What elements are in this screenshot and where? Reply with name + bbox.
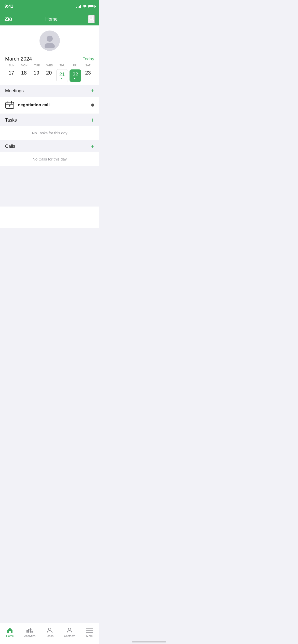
calendar-header: March 2024 Today [5,56,94,62]
signal-icon [76,5,81,8]
today-button[interactable]: Today [83,56,94,62]
avatar-silhouette [42,33,57,48]
avatar-section [0,25,99,53]
calls-section-header: Calls + [0,140,99,152]
status-icons [76,5,95,8]
date-19[interactable]: 19 [30,68,43,83]
svg-point-4 [45,43,55,48]
day-label-fri: FRI [69,64,82,67]
svg-point-3 [47,36,53,42]
wifi-icon [83,5,87,8]
meeting-item[interactable]: negotiation call [0,97,99,113]
zia-logo: Zīa [5,14,15,24]
day-label-tue: TUE [31,64,43,67]
tasks-section-header: Tasks + [0,114,99,126]
calendar-month: March 2024 [5,56,32,62]
day-label-mon: MON [18,64,31,67]
nav-bar: Zīa Home [0,13,99,25]
date-23[interactable]: 23 [82,68,94,83]
date-22[interactable]: 22 [70,69,81,82]
avatar [39,31,60,51]
add-call-button[interactable]: + [91,143,94,149]
meeting-icon [5,100,14,110]
svg-line-2 [92,19,94,21]
meeting-title: negotiation call [18,103,50,108]
tasks-title: Tasks [5,118,17,123]
main-content: March 2024 Today SUN MON TUE WED THU FRI… [0,25,99,228]
search-button[interactable] [88,15,95,23]
calls-title: Calls [5,144,15,149]
calendar-days-header: SUN MON TUE WED THU FRI SAT [5,64,94,67]
calendar-section: March 2024 Today SUN MON TUE WED THU FRI… [0,53,99,84]
day-label-wed: WED [43,64,56,67]
calendar-dates: 17 18 19 20 21 22 23 [5,68,94,83]
date-18[interactable]: 18 [18,68,30,83]
date-20[interactable]: 20 [43,68,55,83]
battery-icon [88,5,95,8]
status-bar: 9:41 [0,0,99,13]
calls-empty-state: No Calls for this day [0,152,99,166]
status-time: 9:41 [5,4,13,9]
meetings-title: Meetings [5,88,24,94]
nav-title: Home [45,17,58,22]
meeting-dot [91,104,94,107]
gray-background [0,166,99,207]
date-17[interactable]: 17 [5,68,18,83]
day-label-thu: THU [56,64,69,67]
svg-text:Zīa: Zīa [5,16,12,22]
add-meeting-button[interactable]: + [91,88,94,94]
tasks-empty-state: No Tasks for this day [0,126,99,140]
day-label-sun: SUN [5,64,18,67]
date-21[interactable]: 21 [56,69,68,82]
tab-spacer [0,207,99,228]
meetings-section-header: Meetings + [0,85,99,97]
add-task-button[interactable]: + [91,117,94,123]
day-label-sat: SAT [82,64,94,67]
